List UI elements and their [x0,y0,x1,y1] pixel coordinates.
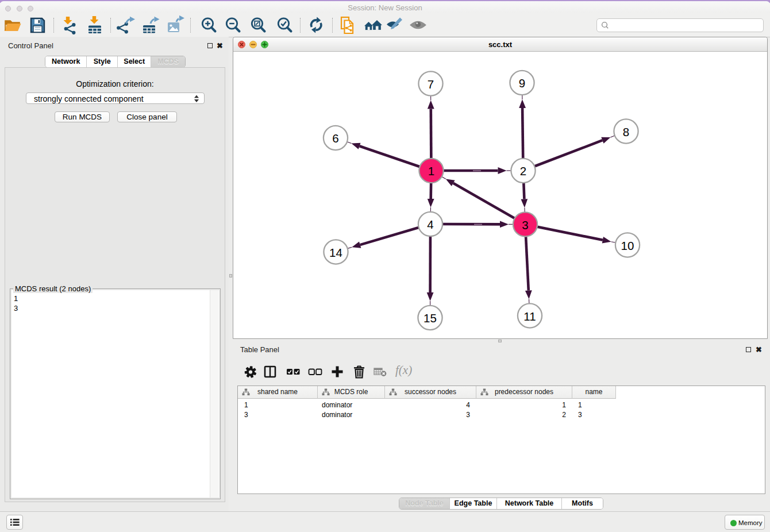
svg-text:9: 9 [519,76,525,90]
svg-text:8: 8 [623,125,629,138]
svg-text:10: 10 [621,239,634,252]
svg-text:1: 1 [428,164,434,178]
svg-text:3: 3 [522,218,528,232]
svg-text:14: 14 [329,246,342,259]
svg-text:7: 7 [428,78,434,91]
svg-text:15: 15 [424,311,437,325]
svg-text:4: 4 [427,218,433,231]
svg-text:11: 11 [523,310,536,323]
svg-text:2: 2 [520,164,526,178]
svg-text:6: 6 [332,132,338,145]
